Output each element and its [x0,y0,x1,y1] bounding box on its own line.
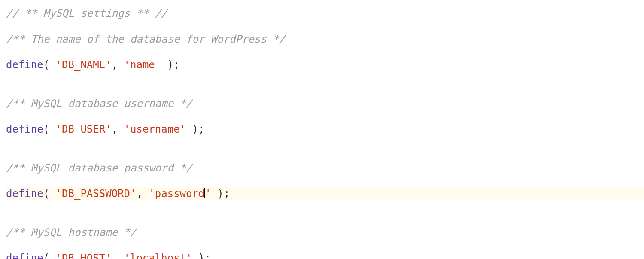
code-token: /** MySQL hostname */ [6,226,136,238]
code-token: // ** MySQL settings ** // [6,7,167,19]
code-token: 'DB_PASSWORD' [56,188,137,200]
code-editor[interactable]: // ** MySQL settings ** // /** The name … [0,0,644,259]
code-token: ( [43,59,56,71]
code-token: 'DB_NAME' [56,59,112,71]
code-token: ); [192,252,211,259]
code-token: ); [161,59,179,71]
code-line[interactable]: define( 'DB_NAME', 'name' ); [6,58,644,71]
code-token: ); [211,188,230,200]
code-line[interactable]: /** MySQL hostname */ [6,226,644,239]
code-token: , [112,252,124,259]
code-token: ); [186,123,204,135]
code-line[interactable]: /** The name of the database for WordPre… [6,33,644,46]
code-token: define [6,59,43,71]
code-token: ( [43,123,56,135]
code-line[interactable]: define( 'DB_USER', 'username' ); [6,123,644,136]
code-line[interactable]: define( 'DB_HOST', 'localhost' ); [6,252,644,259]
code-token: /** MySQL database password */ [6,162,192,174]
code-token: /** The name of the database for WordPre… [6,33,285,45]
code-token: 'localhost' [124,252,192,259]
code-token: define [6,123,43,135]
code-line[interactable]: /** MySQL database username */ [6,97,644,110]
code-line[interactable]: // ** MySQL settings ** // [6,7,644,20]
code-token: ( [43,252,56,259]
code-token: 'DB_USER' [56,123,112,135]
code-token: 'password [149,188,204,200]
code-token: /** MySQL database username */ [6,98,192,110]
code-token: 'DB_HOST' [56,252,112,259]
code-token: 'name' [124,59,161,71]
code-line[interactable]: define( 'DB_PASSWORD', 'password' ); [6,187,644,200]
code-token: , [112,59,124,71]
code-line[interactable]: /** MySQL database password */ [6,161,644,174]
code-token: 'username' [124,123,186,135]
code-token: , [112,123,124,135]
code-token: ( [43,188,56,200]
code-token: ' [205,188,211,200]
code-token: define [6,252,43,259]
code-token: define [6,188,43,200]
code-token: , [136,188,149,200]
